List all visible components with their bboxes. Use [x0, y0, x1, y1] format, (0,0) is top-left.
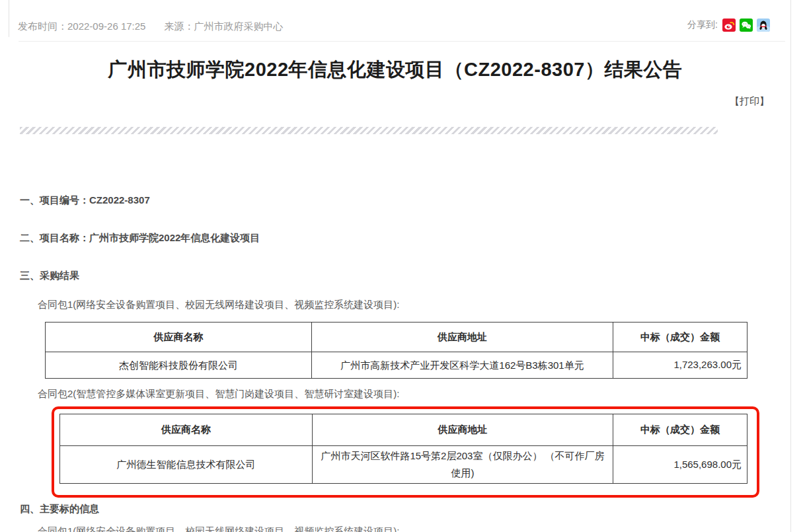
qq-share-icon[interactable] — [757, 19, 770, 32]
page-right-border — [790, 0, 791, 532]
package1-label: 合同包1(网络安全设备购置项目、校园无线网络建设项目、视频监控系统建设项目): — [38, 299, 400, 311]
partial-bottom-line: 合同包1(网络安全设备购置项目、校园无线网络建设项目、视频监控系统建设项目): — [38, 525, 400, 532]
table-row: 杰创智能科技股份有限公司 广州市高新技术产业开发区科学大道162号B3栋301单… — [46, 352, 748, 379]
meta-row: 发布时间：2022-09-26 17:25来源：广州市政府采购中心 — [18, 20, 301, 33]
package2-result-table: 供应商名称 供应商地址 中标（成交）金额 广州德生智能信息技术有限公司 广州市天… — [59, 414, 748, 484]
col-header-award-amount: 中标（成交）金额 — [613, 323, 748, 352]
col-header-supplier-address: 供应商地址 — [312, 323, 613, 352]
source-value: 广州市政府采购中心 — [194, 20, 283, 32]
table-row: 广州德生智能信息技术有限公司 广州市天河区软件路15号第2层203室（仅限办公）… — [60, 446, 748, 484]
section-main-subject-info: 四、主要标的信息 — [20, 503, 99, 515]
publish-time-label: 发布时间： — [18, 20, 67, 32]
section-procurement-result: 三、采购结果 — [20, 270, 79, 282]
col-header-supplier-address: 供应商地址 — [313, 414, 613, 446]
supplier-address-cell: 广州市天河区软件路15号第2层203室（仅限办公） （不可作厂房使用) — [313, 446, 613, 484]
page-title: 广州市技师学院2022年信息化建设项目（CZ2022-8307）结果公告 — [0, 57, 790, 83]
table-header-row: 供应商名称 供应商地址 中标（成交）金额 — [46, 323, 748, 352]
supplier-address-cell: 广州市高新技术产业开发区科学大道162号B3栋301单元 — [312, 352, 613, 379]
source-label: 来源： — [164, 20, 194, 32]
share-bar: 分享到: — [687, 19, 774, 32]
section-project-number: 一、项目编号：CZ2022-8307 — [20, 194, 150, 207]
source: 来源：广州市政府采购中心 — [164, 20, 283, 32]
package1-result-table: 供应商名称 供应商地址 中标（成交）金额 杰创智能科技股份有限公司 广州市高新技… — [45, 322, 748, 379]
col-header-award-amount: 中标（成交）金额 — [613, 414, 748, 446]
supplier-name-cell: 杰创智能科技股份有限公司 — [46, 352, 312, 379]
publish-time: 发布时间：2022-09-26 17:25 — [18, 20, 145, 32]
print-button[interactable]: 【打印】 — [730, 95, 769, 108]
col-header-supplier-name: 供应商名称 — [60, 414, 313, 446]
weibo-share-icon[interactable] — [722, 19, 736, 32]
package2-label: 合同包2(智慧管控多媒体课室更新项目、智慧门岗建设项目、智慧研讨室建设项目): — [38, 388, 400, 400]
hatched-divider — [20, 127, 718, 134]
supplier-name-cell: 广州德生智能信息技术有限公司 — [60, 446, 313, 484]
award-amount-cell: 1,565,698.00元 — [613, 446, 748, 484]
col-header-supplier-name: 供应商名称 — [46, 323, 312, 352]
announcement-page: 发布时间：2022-09-26 17:25来源：广州市政府采购中心 分享到: — [0, 0, 805, 532]
share-label: 分享到: — [687, 19, 718, 31]
header-divider — [19, 41, 785, 42]
award-amount-cell: 1,723,263.00元 — [613, 352, 748, 379]
left-edge-tick — [9, 0, 9, 37]
wechat-share-icon[interactable] — [740, 19, 753, 32]
section-project-name: 二、项目名称：广州市技师学院2022年信息化建设项目 — [20, 232, 260, 245]
publish-time-value: 2022-09-26 17:25 — [67, 20, 145, 32]
table-header-row: 供应商名称 供应商地址 中标（成交）金额 — [60, 414, 748, 446]
